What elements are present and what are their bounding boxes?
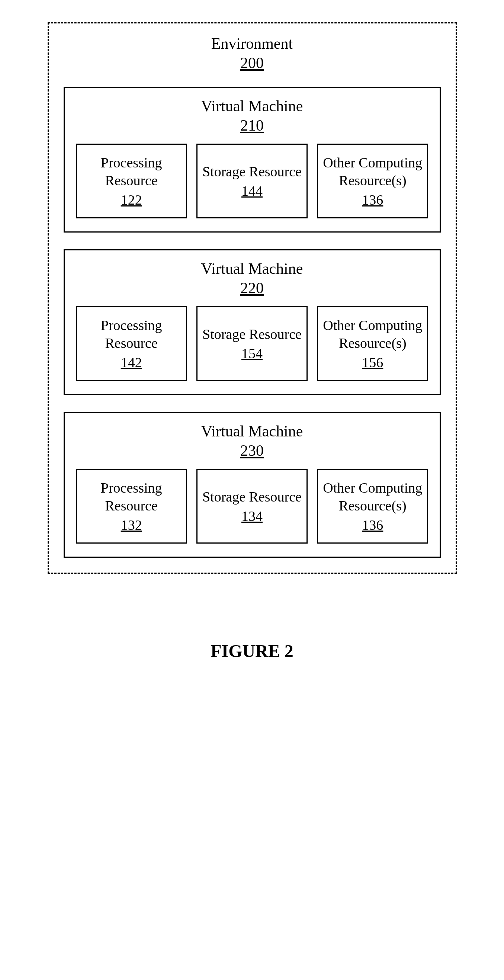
figure-label: FIGURE 2 — [210, 641, 294, 661]
storage-resource: Storage Resource 154 — [196, 306, 308, 381]
resource-number: 154 — [242, 345, 262, 362]
storage-resource: Storage Resource 134 — [196, 469, 308, 544]
resource-number: 122 — [121, 192, 142, 208]
environment-number: 200 — [64, 54, 441, 72]
resource-number: 136 — [362, 517, 383, 533]
resource-label: Other Computing Resource(s) — [322, 479, 423, 515]
resource-label: Storage Resource — [202, 326, 302, 344]
other-resource: Other Computing Resource(s) 136 — [317, 144, 428, 218]
vm-header: Virtual Machine 220 — [76, 260, 428, 297]
resource-label: Other Computing Resource(s) — [322, 317, 423, 352]
vm-number: 220 — [76, 279, 428, 297]
other-resource: Other Computing Resource(s) 156 — [317, 306, 428, 381]
processing-resource: Processing Resource 132 — [76, 469, 187, 544]
resource-number: 136 — [362, 192, 383, 208]
vm-box-0: Virtual Machine 210 Processing Resource … — [64, 87, 441, 232]
resource-label: Other Computing Resource(s) — [322, 154, 423, 189]
resource-label: Processing Resource — [81, 317, 182, 352]
environment-header: Environment 200 — [64, 35, 441, 72]
resources-row: Processing Resource 142 Storage Resource… — [76, 306, 428, 381]
processing-resource: Processing Resource 122 — [76, 144, 187, 218]
resource-label: Processing Resource — [81, 479, 182, 515]
resource-label: Storage Resource — [202, 163, 302, 181]
environment-container: Environment 200 Virtual Machine 210 Proc… — [48, 22, 457, 574]
resource-number: 142 — [121, 354, 142, 371]
resource-number: 156 — [362, 354, 383, 371]
vm-number: 230 — [76, 442, 428, 460]
resources-row: Processing Resource 122 Storage Resource… — [76, 144, 428, 218]
processing-resource: Processing Resource 142 — [76, 306, 187, 381]
vm-header: Virtual Machine 230 — [76, 422, 428, 460]
resource-number: 132 — [121, 517, 142, 533]
vm-header: Virtual Machine 210 — [76, 97, 428, 134]
environment-title: Environment — [64, 35, 441, 52]
vm-number: 210 — [76, 116, 428, 134]
resource-label: Processing Resource — [81, 154, 182, 189]
other-resource: Other Computing Resource(s) 136 — [317, 469, 428, 544]
vm-title: Virtual Machine — [76, 97, 428, 115]
resource-number: 144 — [242, 183, 262, 199]
vm-title: Virtual Machine — [76, 422, 428, 440]
vm-box-2: Virtual Machine 230 Processing Resource … — [64, 412, 441, 558]
vm-title: Virtual Machine — [76, 260, 428, 278]
resource-label: Storage Resource — [202, 488, 302, 506]
resources-row: Processing Resource 132 Storage Resource… — [76, 469, 428, 544]
resource-number: 134 — [242, 508, 262, 524]
vm-box-1: Virtual Machine 220 Processing Resource … — [64, 249, 441, 395]
storage-resource: Storage Resource 144 — [196, 144, 308, 218]
